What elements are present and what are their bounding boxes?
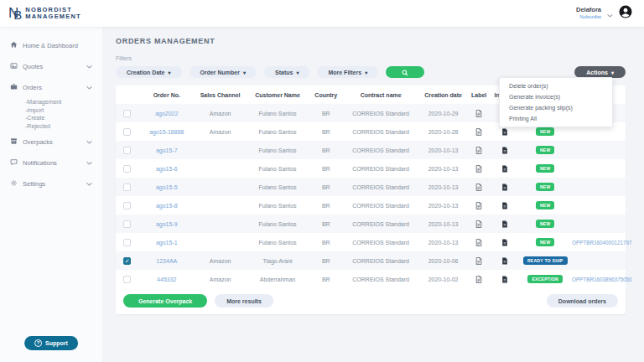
- customer-name-cell: Fulano Santos: [246, 122, 309, 141]
- row-checkbox[interactable]: [123, 239, 131, 246]
- chevron-down-icon: [86, 86, 92, 90]
- tracking-link[interactable]: OPPTBR1603896375050: [572, 277, 631, 282]
- order-number-link[interactable]: ago15-9: [156, 221, 178, 227]
- row-checkbox[interactable]: [123, 257, 131, 265]
- label-document-icon[interactable]: [475, 202, 482, 208]
- label-document-icon[interactable]: [475, 220, 482, 226]
- contract-name-cell: CORREIOS Standard: [343, 104, 419, 122]
- label-document-icon[interactable]: [475, 184, 482, 189]
- column-header-order-no-: Order No.: [138, 85, 195, 104]
- sidebar-subitem-rejected[interactable]: -Rejected: [25, 122, 102, 131]
- sidebar-item-home[interactable]: Home & Dashboard: [0, 35, 102, 56]
- chevron-down-icon[interactable]: [607, 6, 613, 21]
- chevron-down-icon: ▾: [169, 70, 171, 75]
- invoice-document-icon[interactable]: [501, 184, 508, 189]
- user-menu[interactable]: Delafora Nobordist: [576, 5, 632, 22]
- tracking-link[interactable]: OPPTBR1604000121797: [572, 240, 631, 246]
- filter-pill-more-filters[interactable]: More Filters▾: [317, 66, 378, 78]
- country-cell: BR: [309, 159, 343, 178]
- chevron-down-icon: ▾: [611, 70, 614, 75]
- contract-name-cell: CORREIOS Standard: [343, 270, 419, 288]
- country-cell: BR: [309, 104, 343, 122]
- row-checkbox[interactable]: [123, 110, 131, 117]
- notifications-icon: [10, 158, 18, 168]
- row-checkbox[interactable]: [123, 165, 131, 173]
- invoice-document-icon[interactable]: [501, 220, 508, 226]
- filter-pill-status[interactable]: Status▾: [264, 66, 309, 78]
- menu-item-delete-order-s-[interactable]: Delete order(s): [500, 80, 612, 91]
- order-number-link[interactable]: ago15-5: [156, 184, 178, 190]
- order-number-link[interactable]: 1234AA: [156, 258, 177, 264]
- row-checkbox[interactable]: [123, 276, 131, 283]
- order-number-link[interactable]: ago2022: [155, 111, 178, 116]
- order-number-link[interactable]: ago15-8: [156, 203, 178, 209]
- invoice-document-icon[interactable]: [501, 257, 508, 263]
- sidebar-subitem-management[interactable]: -Management: [25, 98, 102, 106]
- row-checkbox[interactable]: [123, 220, 131, 228]
- support-button[interactable]: ? Support: [24, 336, 78, 350]
- sidebar-item-quotes[interactable]: Quotes: [0, 56, 102, 77]
- label-document-icon[interactable]: [475, 128, 482, 134]
- generate-overpack-button[interactable]: Generate Overpack: [123, 294, 207, 308]
- menu-item-generate-packing-slip-s-[interactable]: Generate packing slip(s): [500, 102, 612, 113]
- status-badge: NEW: [536, 238, 555, 246]
- order-number-link[interactable]: ago15-6: [156, 166, 178, 172]
- order-number-link[interactable]: ago15-7: [156, 147, 178, 153]
- invoice-document-icon[interactable]: [501, 276, 508, 282]
- country-cell: BR: [309, 178, 343, 196]
- contract-name-cell: CORREIOS Standard: [343, 178, 419, 196]
- chevron-down-icon: ▾: [365, 70, 367, 75]
- more-results-button[interactable]: More results: [215, 294, 273, 308]
- order-number-link[interactable]: ago15-18888: [149, 129, 184, 135]
- label-document-icon[interactable]: [475, 165, 482, 171]
- filter-pill-order-number[interactable]: Order Number▾: [190, 66, 257, 78]
- label-document-icon[interactable]: [475, 147, 482, 153]
- search-button[interactable]: [386, 66, 424, 78]
- table-row: ago15-7Fulano SantosBRCORREIOS Standard2…: [116, 141, 626, 159]
- sidebar-subitem-import[interactable]: -Import: [25, 106, 102, 115]
- sidebar-item-orders[interactable]: Orders: [0, 77, 102, 98]
- filter-pill-creation-date[interactable]: Creation Date▾: [116, 66, 182, 78]
- label-document-icon[interactable]: [475, 239, 482, 245]
- creation-date-cell: 2020-10-13: [419, 178, 468, 196]
- overpacks-icon: [10, 137, 18, 147]
- orders-icon: [10, 83, 18, 92]
- label-document-icon[interactable]: [475, 110, 482, 116]
- sidebar-subitem-create[interactable]: -Create: [25, 114, 102, 122]
- order-number-link[interactable]: 445332: [157, 277, 176, 282]
- sidebar-item-overpacks[interactable]: Overpacks: [0, 132, 102, 153]
- customer-name-cell: Fulano Santos: [246, 196, 309, 215]
- customer-name-cell: Fulano Santos: [246, 141, 309, 159]
- contract-name-cell: CORREIOS Standard: [343, 233, 419, 251]
- country-cell: BR: [309, 233, 343, 251]
- order-number-link[interactable]: ago15-1: [156, 240, 178, 246]
- invoice-document-icon[interactable]: [501, 128, 508, 134]
- invoice-document-icon[interactable]: [501, 165, 508, 171]
- download-orders-button[interactable]: Download orders: [547, 294, 618, 308]
- row-checkbox[interactable]: [123, 128, 131, 136]
- chevron-down-icon: [86, 65, 92, 69]
- sidebar-item-settings[interactable]: Settings: [0, 173, 102, 194]
- label-document-icon[interactable]: [475, 276, 482, 282]
- menu-item-generate-invoice-s-[interactable]: Generate invoice(s): [500, 91, 612, 102]
- row-checkbox[interactable]: [123, 147, 131, 154]
- customer-name-cell: Abderrahman: [246, 270, 309, 288]
- invoice-document-icon[interactable]: [501, 202, 508, 208]
- sales-channel-cell: [195, 233, 246, 251]
- label-document-icon[interactable]: [475, 257, 482, 263]
- column-header-customer-name: Customer Name: [246, 85, 309, 104]
- row-checkbox[interactable]: [123, 202, 131, 209]
- invoice-document-icon[interactable]: [501, 239, 508, 245]
- nobordist-logo[interactable]: NB NOBORDIST MANAGEMENT: [8, 5, 81, 22]
- sidebar: Home & DashboardQuotesOrders-Management-…: [0, 27, 102, 362]
- sidebar-item-notifications[interactable]: Notifications: [0, 153, 102, 173]
- sidebar-item-label: Overpacks: [23, 138, 53, 146]
- invoice-document-icon[interactable]: [501, 147, 508, 153]
- row-checkbox[interactable]: [123, 184, 131, 191]
- main-content: ORDERS MANAGEMENT Filters Creation Date▾…: [102, 27, 644, 362]
- menu-item-printing-all[interactable]: Printing All: [500, 113, 612, 124]
- country-cell: BR: [309, 270, 343, 288]
- avatar-icon[interactable]: [619, 5, 632, 22]
- creation-date-cell: 2020-10-13: [419, 159, 468, 178]
- actions-button[interactable]: Actions ▾: [574, 66, 626, 78]
